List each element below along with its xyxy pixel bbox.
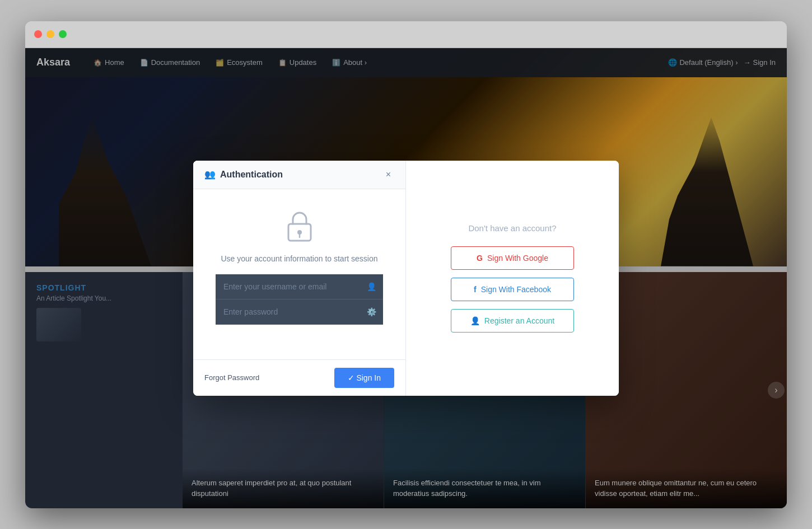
modal-left-panel: 👥 Authentication ×	[193, 161, 406, 396]
facebook-icon: f	[474, 285, 477, 294]
password-input[interactable]	[216, 299, 383, 325]
modal-inputs: 👤 ⚙️	[210, 274, 389, 325]
maximize-button[interactable]	[59, 30, 67, 38]
modal-right-panel: Don't have an account? G Sign With Googl…	[406, 161, 619, 396]
close-button[interactable]	[34, 30, 42, 38]
user-field-icon: 👤	[367, 282, 376, 291]
modal-overlay: 👥 Authentication ×	[25, 48, 787, 508]
modal-body: Use your account information to start se…	[193, 189, 405, 359]
auth-modal: 👥 Authentication ×	[193, 161, 619, 396]
facebook-signin-button[interactable]: f Sign With Facebook	[451, 278, 574, 301]
password-wrapper: ⚙️	[216, 299, 383, 325]
password-field-icon: ⚙️	[367, 307, 376, 316]
register-account-button[interactable]: 👤 Register an Account	[451, 309, 574, 333]
browser-window: Aksara 🏠 Home 📄 Documentation 🗂️ Ecosyst…	[25, 21, 787, 508]
lock-description: Use your account information to start se…	[221, 254, 377, 263]
forgot-password-link[interactable]: Forgot Password	[204, 373, 259, 382]
lock-icon	[280, 206, 319, 245]
modal-footer: Forgot Password ✓ Sign In	[193, 359, 405, 396]
register-icon: 👤	[470, 316, 480, 325]
browser-content: Aksara 🏠 Home 📄 Documentation 🗂️ Ecosyst…	[25, 48, 787, 508]
signin-button[interactable]: ✓ Sign In	[334, 368, 394, 388]
modal-title-area: 👥 Authentication	[204, 169, 283, 180]
minimize-button[interactable]	[46, 30, 54, 38]
username-wrapper: 👤	[216, 274, 383, 299]
modal-close-button[interactable]: ×	[382, 168, 394, 181]
auth-icon: 👥	[204, 169, 216, 180]
browser-titlebar	[25, 21, 787, 48]
modal-title: Authentication	[220, 170, 283, 180]
modal-header: 👥 Authentication ×	[193, 161, 405, 189]
no-account-text: Don't have an account?	[468, 223, 556, 233]
username-input[interactable]	[216, 274, 383, 299]
google-icon: G	[477, 254, 483, 263]
google-signin-button[interactable]: G Sign With Google	[451, 246, 574, 270]
